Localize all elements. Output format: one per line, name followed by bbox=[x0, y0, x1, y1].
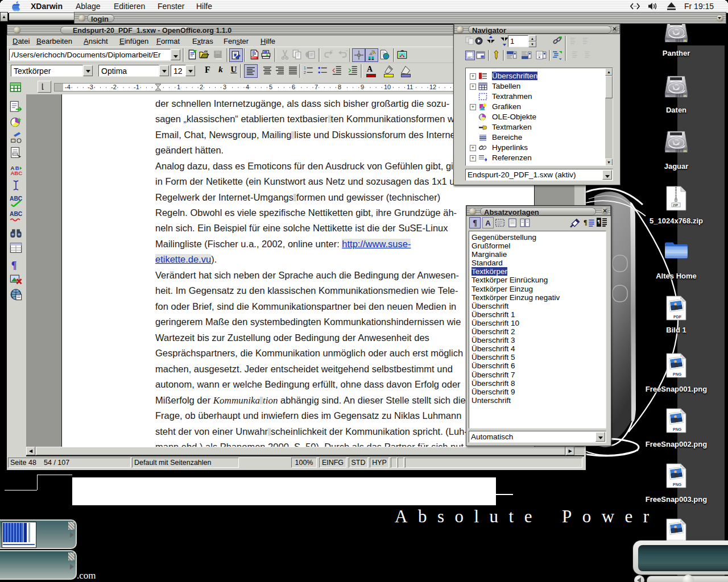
svg-text:PNG: PNG bbox=[673, 427, 682, 431]
svg-text:¶: ¶ bbox=[597, 219, 600, 225]
svg-text:2: 2 bbox=[304, 70, 306, 74]
svg-text:ABC: ABC bbox=[10, 170, 22, 176]
svg-text:PNG: PNG bbox=[673, 483, 682, 487]
svg-text:PNG: PNG bbox=[673, 372, 682, 376]
svg-text:¶: ¶ bbox=[11, 260, 17, 271]
svg-text:1: 1 bbox=[304, 66, 306, 70]
svg-text:PDF: PDF bbox=[673, 315, 682, 319]
svg-text:ABC: ABC bbox=[10, 211, 22, 217]
